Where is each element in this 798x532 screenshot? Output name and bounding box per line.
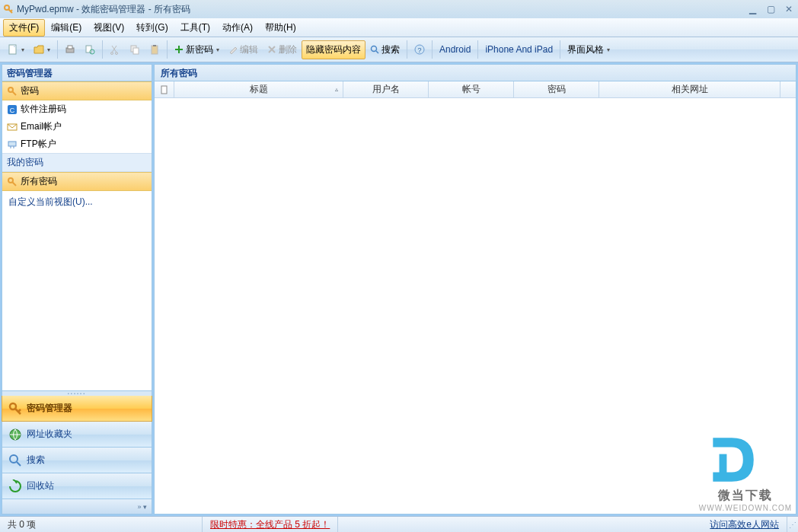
category-password[interactable]: 密码 [2, 81, 152, 100]
svg-rect-9 [133, 48, 139, 54]
menu-tools[interactable]: 工具(T) [174, 19, 216, 37]
search-icon [8, 454, 22, 467]
status-promo[interactable]: 限时特惠：全线产品 5 折起！ [203, 517, 338, 532]
table-header: 标题▵ 用户名 帐号 密码 相关网址 [155, 81, 796, 98]
svg-text:C: C [10, 107, 15, 114]
new-doc-button[interactable]: ▾ [3, 41, 29, 58]
column-url[interactable]: 相关网址 [599, 81, 780, 97]
category-label: 密码 [21, 84, 39, 97]
paste-button[interactable] [145, 41, 164, 58]
main-area: 密码管理器 密码 C 软件注册码 Email帐户 FTP帐户 我的密码 所有密码 [0, 62, 798, 516]
email-icon [7, 122, 18, 132]
svg-point-23 [10, 455, 18, 463]
app-key-icon [3, 4, 14, 14]
window-title: MyPwd.epmw - 效能密码管理器 - 所有密码 [17, 3, 746, 16]
status-site-link[interactable]: 访问高效e人网站 [702, 517, 787, 532]
category-email[interactable]: Email帐户 [2, 118, 152, 135]
svg-point-6 [111, 53, 113, 55]
svg-point-7 [116, 53, 118, 55]
doc-icon [160, 85, 169, 94]
menu-action[interactable]: 动作(A) [216, 19, 259, 37]
sidebar: 密码管理器 密码 C 软件注册码 Email帐户 FTP帐户 我的密码 所有密码 [2, 64, 152, 514]
toolbar: ▾ ▾ 新密码▾ 编辑 删除 隐藏密码内容 搜索 ? Android iPhon… [0, 37, 798, 62]
svg-point-12 [372, 46, 377, 52]
software-icon: C [7, 104, 18, 115]
menu-help[interactable]: 帮助(H) [259, 19, 302, 37]
column-title[interactable]: 标题▵ [174, 81, 343, 97]
style-button[interactable]: 界面风格▾ [563, 40, 614, 59]
category-label: Email帐户 [21, 120, 62, 133]
svg-text:?: ? [417, 46, 421, 54]
menu-goto[interactable]: 转到(G) [130, 19, 174, 37]
new-password-button[interactable]: 新密码▾ [170, 40, 224, 59]
svg-point-21 [10, 403, 16, 409]
nav-favorites[interactable]: 网址收藏夹 [2, 422, 152, 448]
menu-file[interactable]: 文件(F) [3, 19, 45, 37]
close-button[interactable]: ✕ [783, 4, 795, 14]
open-button[interactable]: ▾ [29, 41, 55, 58]
key-icon [7, 177, 18, 187]
print-button[interactable] [60, 41, 80, 58]
resize-grip-icon[interactable]: ⋰ [787, 521, 798, 529]
key-icon [7, 86, 18, 97]
sidebar-header: 密码管理器 [2, 65, 152, 81]
globe-icon [8, 428, 22, 441]
status-count: 共 0 项 [0, 517, 203, 532]
nav-buttons: 密码管理器 网址收藏夹 搜索 回收站 » ▾ [2, 396, 152, 514]
nav-label: 回收站 [27, 479, 54, 492]
svg-rect-11 [153, 45, 156, 46]
my-passwords-header: 我的密码 [2, 153, 152, 172]
cut-button[interactable] [105, 41, 125, 58]
ftp-icon [7, 139, 18, 150]
copy-button[interactable] [125, 41, 145, 58]
category-ftp[interactable]: FTP帐户 [2, 135, 152, 153]
nav-collapse[interactable]: » ▾ [2, 499, 152, 514]
hide-password-button[interactable]: 隐藏密码内容 [302, 40, 365, 59]
minimize-button[interactable]: ▁ [746, 4, 758, 14]
key-icon [8, 402, 22, 416]
category-label: 软件注册码 [21, 103, 66, 116]
search-button[interactable]: 搜索 [365, 40, 404, 59]
svg-rect-24 [161, 86, 167, 94]
print-preview-button[interactable] [80, 41, 100, 58]
status-bar: 共 0 项 限时特惠：全线产品 5 折起！ 访问高效e人网站 ⋰ [0, 516, 798, 532]
content-title: 所有密码 [155, 65, 796, 81]
title-bar: MyPwd.epmw - 效能密码管理器 - 所有密码 ▁ ▢ ✕ [0, 0, 798, 18]
category-software-key[interactable]: C 软件注册码 [2, 100, 152, 118]
nav-label: 网址收藏夹 [27, 428, 72, 441]
android-link[interactable]: Android [435, 42, 475, 57]
nav-search[interactable]: 搜索 [2, 448, 152, 473]
help-button[interactable]: ? [410, 41, 429, 58]
svg-rect-19 [8, 142, 16, 146]
column-password[interactable]: 密码 [514, 81, 599, 97]
nav-label: 搜索 [27, 454, 45, 467]
all-passwords-label: 所有密码 [21, 175, 57, 188]
menu-view[interactable]: 视图(V) [88, 19, 130, 37]
menu-bar: 文件(F) 编辑(E) 视图(V) 转到(G) 工具(T) 动作(A) 帮助(H… [0, 18, 798, 37]
side-panel: 密码管理器 密码 C 软件注册码 Email帐户 FTP帐户 我的密码 所有密码 [2, 64, 152, 391]
recycle-icon [8, 479, 22, 493]
svg-rect-3 [68, 46, 72, 49]
customize-view-link[interactable]: 自定义当前视图(U)... [2, 191, 152, 213]
column-icon[interactable] [155, 81, 174, 97]
edit-button[interactable]: 编辑 [224, 40, 263, 59]
svg-rect-10 [152, 46, 158, 54]
nav-recycle[interactable]: 回收站 [2, 473, 152, 499]
menu-edit[interactable]: 编辑(E) [45, 19, 88, 37]
column-account[interactable]: 帐号 [429, 81, 514, 97]
delete-button[interactable]: 删除 [263, 40, 302, 59]
content-panel: 所有密码 标题▵ 用户名 帐号 密码 相关网址 [154, 64, 796, 514]
window-controls: ▁ ▢ ✕ [746, 4, 795, 14]
sort-asc-icon: ▵ [335, 86, 338, 93]
svg-rect-4 [86, 46, 91, 53]
all-passwords-item[interactable]: 所有密码 [2, 172, 152, 191]
nav-label: 密码管理器 [27, 402, 72, 415]
nav-password-manager[interactable]: 密码管理器 [2, 396, 152, 422]
column-user[interactable]: 用户名 [343, 81, 429, 97]
iphone-link[interactable]: iPhone And iPad [480, 42, 557, 57]
maximize-button[interactable]: ▢ [764, 4, 777, 14]
table-body [155, 98, 796, 514]
category-label: FTP帐户 [21, 138, 56, 151]
